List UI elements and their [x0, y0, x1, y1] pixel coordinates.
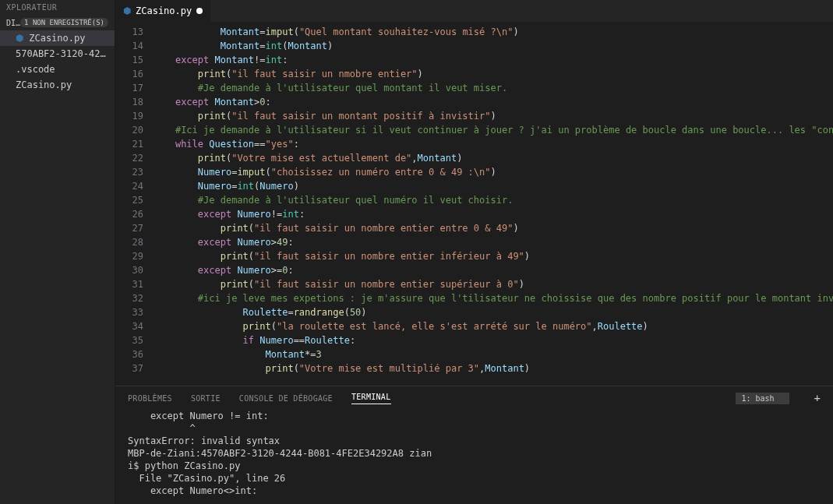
sidebar-item[interactable]: .vscode: [0, 62, 115, 77]
panel-tab-problèmes[interactable]: PROBLÈMES: [128, 394, 172, 403]
new-terminal-icon[interactable]: +: [814, 392, 821, 404]
python-icon: ⬢: [123, 5, 131, 16]
bottom-panel: PROBLÈMESSORTIECONSOLE DE DÉBOGAGETERMIN…: [115, 386, 833, 504]
sidebar-item[interactable]: ZCasino.py: [0, 77, 115, 93]
unsaved-badge: 1 NON ENREGISTRÉ(S): [20, 18, 108, 27]
sidebar-item[interactable]: ⬢ ZCasino.py: [0, 30, 115, 46]
dirty-indicator-icon: [196, 8, 203, 14]
open-editors-header[interactable]: DI… 1 NON ENREGISTRÉ(S): [0, 15, 115, 30]
tab-label: ZCasino.py: [136, 5, 192, 16]
explorer-title: XPLORATEUR: [0, 0, 115, 15]
panel-tabs: PROBLÈMESSORTIECONSOLE DE DÉBOGAGETERMIN…: [115, 386, 833, 410]
explorer-sidebar: XPLORATEUR DI… 1 NON ENREGISTRÉ(S) ⬢ ZCa…: [0, 0, 115, 504]
tab-zcasino[interactable]: ⬢ ZCasino.py: [115, 0, 211, 22]
panel-tab-console de débogage[interactable]: CONSOLE DE DÉBOGAGE: [239, 394, 333, 403]
sidebar-item[interactable]: 570ABF2-3120-4244-B…: [0, 46, 115, 62]
panel-tab-sortie[interactable]: SORTIE: [191, 394, 221, 403]
panel-tab-terminal[interactable]: TERMINAL: [351, 393, 391, 404]
terminal-output[interactable]: except Numero != int: ^ SyntaxError: inv…: [115, 410, 833, 504]
code-content[interactable]: Montant=imput("Quel montant souhaitez-vo…: [153, 22, 833, 386]
line-gutter: 1314151617181920212223242526272829303132…: [115, 22, 153, 386]
terminal-selector[interactable]: 1: bash: [736, 393, 789, 404]
editor-tabs: ⬢ ZCasino.py: [115, 0, 833, 22]
code-editor[interactable]: 1314151617181920212223242526272829303132…: [115, 22, 833, 386]
